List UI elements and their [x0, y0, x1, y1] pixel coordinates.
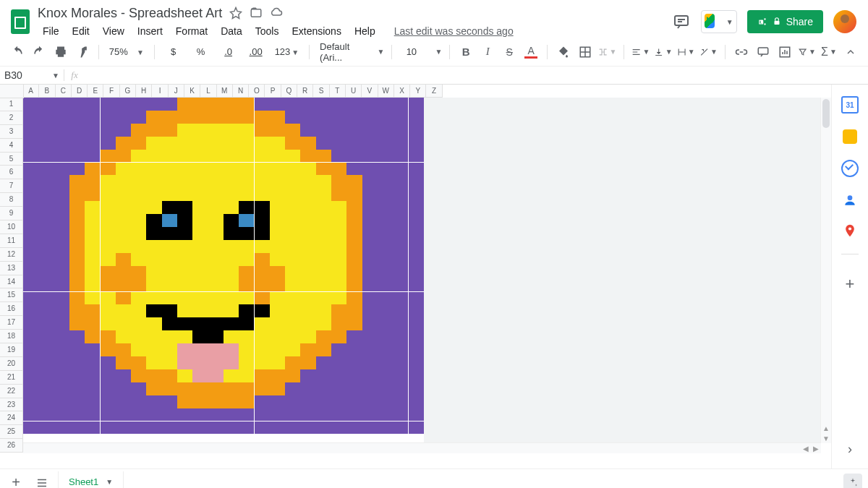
cell[interactable]: [177, 395, 192, 408]
cell[interactable]: [331, 240, 346, 253]
cell[interactable]: [239, 292, 254, 305]
cell[interactable]: [409, 214, 424, 227]
italic-icon[interactable]: I: [479, 43, 496, 61]
cell[interactable]: [116, 253, 131, 266]
cell[interactable]: [378, 317, 393, 330]
cell[interactable]: [239, 253, 254, 266]
cell[interactable]: [69, 317, 85, 330]
cell[interactable]: [346, 188, 362, 201]
cell[interactable]: [23, 150, 38, 163]
cell[interactable]: [38, 227, 54, 240]
cell[interactable]: [54, 201, 69, 214]
cell[interactable]: [131, 163, 146, 176]
cell[interactable]: [255, 227, 270, 240]
cell[interactable]: [54, 317, 69, 330]
cell[interactable]: [316, 98, 331, 111]
cell[interactable]: [116, 369, 131, 382]
col-header[interactable]: U: [346, 85, 362, 98]
wrap-icon[interactable]: ▼: [677, 43, 695, 61]
cell[interactable]: [69, 175, 85, 188]
cell[interactable]: [285, 124, 300, 137]
cell[interactable]: [192, 382, 208, 395]
rotate-icon[interactable]: ▼: [699, 43, 718, 61]
cell[interactable]: [270, 343, 285, 356]
col-header[interactable]: Q: [281, 85, 297, 98]
cell[interactable]: [162, 382, 177, 395]
comment-icon[interactable]: [754, 43, 772, 61]
col-header[interactable]: C: [56, 85, 72, 98]
cell[interactable]: [162, 188, 177, 201]
cell[interactable]: [362, 240, 378, 253]
cell[interactable]: [146, 137, 161, 150]
cell[interactable]: [270, 150, 285, 163]
cell[interactable]: [393, 279, 408, 292]
cell[interactable]: [23, 124, 38, 137]
cell[interactable]: [224, 98, 239, 111]
col-header[interactable]: I: [152, 85, 168, 98]
cell[interactable]: [346, 395, 362, 408]
menu-extensions[interactable]: Extensions: [286, 24, 346, 38]
cell[interactable]: [177, 369, 192, 382]
row-header[interactable]: 3: [0, 125, 23, 139]
cell[interactable]: [23, 266, 38, 279]
keep-icon[interactable]: [843, 129, 857, 144]
cell[interactable]: [346, 356, 362, 369]
cell[interactable]: [409, 188, 424, 201]
cell[interactable]: [38, 124, 54, 137]
cell[interactable]: [239, 150, 254, 163]
cell[interactable]: [208, 175, 224, 188]
cell[interactable]: [300, 292, 315, 305]
cell[interactable]: [101, 111, 116, 124]
cell[interactable]: [239, 421, 254, 435]
cell[interactable]: [177, 382, 192, 395]
cell[interactable]: [69, 150, 85, 163]
cell[interactable]: [162, 356, 177, 369]
cell[interactable]: [378, 98, 393, 111]
cell[interactable]: [192, 201, 208, 214]
row-header[interactable]: 11: [0, 234, 23, 248]
cell[interactable]: [85, 279, 100, 292]
cell[interactable]: [146, 98, 161, 111]
cell[interactable]: [101, 356, 116, 369]
cell[interactable]: [116, 137, 131, 150]
cell[interactable]: [300, 163, 315, 176]
row-header[interactable]: 10: [0, 221, 23, 234]
cell[interactable]: [208, 124, 224, 137]
cell[interactable]: [38, 214, 54, 227]
strike-icon[interactable]: S: [501, 43, 518, 61]
cell[interactable]: [378, 421, 393, 435]
share-button[interactable]: Share: [747, 10, 823, 33]
cell[interactable]: [224, 214, 239, 227]
cell[interactable]: [362, 214, 378, 227]
cell[interactable]: [38, 343, 54, 356]
cell[interactable]: [54, 98, 69, 111]
cell[interactable]: [224, 292, 239, 305]
cell[interactable]: [393, 137, 408, 150]
cell[interactable]: [362, 304, 378, 317]
vertical-scrollbar[interactable]: ▲ ▼: [820, 98, 831, 443]
cell[interactable]: [38, 98, 54, 111]
cell[interactable]: [177, 421, 192, 435]
cell[interactable]: [146, 227, 161, 240]
cell[interactable]: [362, 111, 378, 124]
cell[interactable]: [192, 369, 208, 382]
cell[interactable]: [101, 343, 116, 356]
cell[interactable]: [23, 163, 38, 176]
cell[interactable]: [255, 408, 270, 421]
cell[interactable]: [239, 343, 254, 356]
cell[interactable]: [346, 137, 362, 150]
cell[interactable]: [23, 188, 38, 201]
cell[interactable]: [239, 356, 254, 369]
cell[interactable]: [54, 227, 69, 240]
cell[interactable]: [23, 343, 38, 356]
cell[interactable]: [146, 253, 161, 266]
cell[interactable]: [239, 369, 254, 382]
cell[interactable]: [285, 279, 300, 292]
cell[interactable]: [146, 292, 161, 305]
cell[interactable]: [331, 227, 346, 240]
row-header[interactable]: 2: [0, 111, 23, 125]
cell[interactable]: [208, 343, 224, 356]
cell[interactable]: [177, 98, 192, 111]
cell[interactable]: [23, 356, 38, 369]
cell[interactable]: [146, 369, 161, 382]
